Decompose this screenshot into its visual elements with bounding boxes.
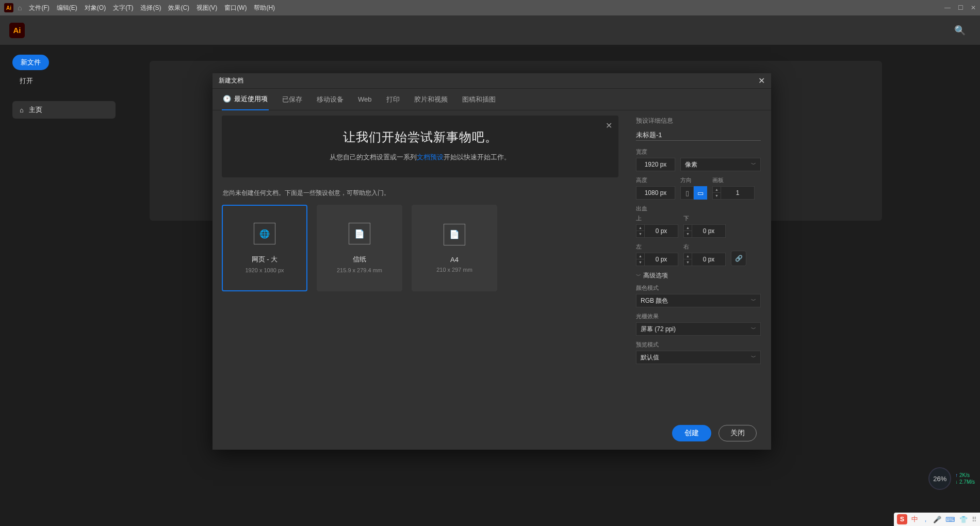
details-header: 预设详细信息: [636, 117, 761, 125]
preview-label: 预览模式: [636, 341, 761, 349]
menu-window[interactable]: 窗口(W): [224, 4, 247, 12]
bleed-label: 出血: [636, 205, 761, 212]
color-mode-label: 颜色模式: [636, 284, 761, 292]
width-label: 宽度: [636, 148, 761, 156]
unit-select[interactable]: 像素﹀: [680, 158, 761, 171]
network-widget: 26% ↑ 2K/s ↓ 2.7M/s: [928, 467, 975, 490]
maximize-icon[interactable]: ☐: [958, 4, 963, 11]
menu-object[interactable]: 对象(O): [85, 4, 106, 12]
tab-saved[interactable]: 已保存: [281, 89, 303, 110]
search-icon[interactable]: 🔍: [954, 25, 966, 36]
create-button[interactable]: 创建: [672, 425, 711, 441]
hero-link[interactable]: 文档预设: [417, 153, 444, 161]
menu-file[interactable]: 文件(F): [29, 4, 49, 12]
bleed-left-input[interactable]: ▲▼: [636, 253, 678, 266]
home-icon[interactable]: ⌂: [18, 4, 22, 12]
chevron-down-icon: ﹀: [751, 325, 756, 333]
tab-recent[interactable]: 🕑最近使用项: [222, 89, 269, 110]
preset-letter[interactable]: 📄 信纸 215.9 x 279.4 mm: [317, 205, 402, 291]
stepper-icon[interactable]: ▲▼: [713, 187, 721, 199]
link-bleed-icon[interactable]: 🔗: [731, 251, 746, 266]
ime-mic-icon[interactable]: 🎤: [933, 516, 941, 523]
menu-edit[interactable]: 编辑(E): [57, 4, 77, 12]
raster-select[interactable]: 屏幕 (72 ppi)﹀: [636, 322, 761, 336]
ai-logo: Ai: [9, 23, 25, 38]
orientation-label: 方向: [680, 176, 707, 184]
download-speed: ↓ 2.7M/s: [955, 479, 975, 485]
ime-skin-icon[interactable]: 👕: [959, 516, 968, 523]
orientation-toggle: ▯ ▭: [680, 186, 707, 200]
minimize-icon[interactable]: —: [944, 4, 951, 11]
raster-label: 光栅效果: [636, 313, 761, 320]
height-input[interactable]: [636, 186, 675, 200]
bleed-bottom-input[interactable]: ▲▼: [683, 224, 726, 238]
chevron-down-icon: ﹀: [636, 272, 641, 280]
artboards-label: 画板: [712, 176, 755, 184]
preset-web-large[interactable]: 🌐 网页 - 大 1920 x 1080 px: [222, 205, 307, 291]
hero-close-icon[interactable]: ✕: [606, 121, 612, 130]
upload-speed: ↑ 2K/s: [955, 472, 975, 478]
bleed-right-input[interactable]: ▲▼: [683, 253, 726, 266]
tab-web[interactable]: Web: [357, 89, 373, 110]
ime-punct-icon[interactable]: ，: [922, 515, 929, 524]
open-button[interactable]: 打开: [20, 76, 33, 86]
dialog-tabs: 🕑最近使用项 已保存 移动设备 Web 打印 胶片和视频 图稿和插图: [213, 89, 771, 110]
app-icon: Ai: [4, 3, 13, 12]
orientation-portrait[interactable]: ▯: [680, 186, 694, 200]
preset-a4[interactable]: 📄 A4 210 x 297 mm: [412, 205, 497, 291]
dialog-close-icon[interactable]: ✕: [758, 76, 765, 86]
menu-help[interactable]: 帮助(H): [254, 4, 275, 12]
hero-subtitle: 从您自己的文档设置或一系列文档预设开始以快速开始工作。: [232, 153, 608, 162]
tab-mobile[interactable]: 移动设备: [316, 89, 345, 110]
ime-toolbar[interactable]: S 中 ， 🎤 ⌨ 👕 ⠿: [894, 513, 980, 526]
cpu-usage-gauge: 26%: [928, 467, 951, 490]
presets-panel: ✕ 让我们开始尝试新事物吧。 从您自己的文档设置或一系列文档预设开始以快速开始工…: [213, 110, 628, 417]
color-mode-select[interactable]: RGB 颜色﹀: [636, 294, 761, 307]
clock-icon: 🕑: [223, 95, 231, 103]
app-header: Ai 🔍: [0, 15, 980, 45]
preset-details-panel: 预设详细信息 宽度 像素﹀ 高度 方向 ▯ ▭: [628, 110, 771, 417]
sogou-icon[interactable]: S: [897, 514, 907, 524]
tab-print[interactable]: 打印: [385, 89, 401, 110]
close-button[interactable]: 关闭: [718, 425, 757, 441]
menu-view[interactable]: 视图(V): [197, 4, 217, 12]
close-window-icon[interactable]: ✕: [971, 4, 976, 11]
ime-keyboard-icon[interactable]: ⌨: [945, 516, 955, 523]
preset-grid: 🌐 网页 - 大 1920 x 1080 px 📄 信纸 215.9 x 279…: [222, 205, 618, 291]
home-sidebar: 新文件 打开 ⌂ 主页: [0, 45, 119, 526]
preview-select[interactable]: 默认值﹀: [636, 351, 761, 364]
hero-title: 让我们开始尝试新事物吧。: [232, 129, 608, 145]
new-document-dialog: 新建文档 ✕ 🕑最近使用项 已保存 移动设备 Web 打印 胶片和视频 图稿和插…: [213, 73, 771, 450]
menu-select[interactable]: 选择(S): [140, 4, 161, 12]
bleed-top-input[interactable]: ▲▼: [636, 224, 678, 238]
tab-film[interactable]: 胶片和视频: [413, 89, 449, 110]
hero-banner: ✕ 让我们开始尝试新事物吧。 从您自己的文档设置或一系列文档预设开始以快速开始工…: [222, 116, 618, 177]
menu-bar: Ai ⌂ 文件(F) 编辑(E) 对象(O) 文字(T) 选择(S) 效果(C)…: [0, 0, 980, 15]
ime-menu-icon[interactable]: ⠿: [972, 516, 977, 523]
width-input[interactable]: [636, 158, 675, 171]
dialog-titlebar: 新建文档 ✕: [213, 73, 771, 89]
artboards-input[interactable]: ▲▼: [712, 186, 755, 200]
chevron-down-icon: ﹀: [751, 297, 756, 304]
sidebar-item-label: 主页: [29, 105, 42, 114]
ime-lang[interactable]: 中: [911, 515, 918, 524]
chevron-down-icon: ﹀: [751, 161, 756, 168]
document-icon: 📄: [349, 223, 370, 244]
advanced-toggle[interactable]: ﹀高级选项: [636, 271, 761, 280]
chevron-down-icon: ﹀: [751, 354, 756, 361]
presets-caption: 您尚未创建任何文档。下面是一些预设创意，可帮助您入门。: [223, 189, 618, 198]
document-icon: 📄: [444, 224, 465, 245]
tab-art[interactable]: 图稿和插图: [461, 89, 497, 110]
menu-type[interactable]: 文字(T): [113, 4, 133, 12]
home-nav-icon: ⌂: [20, 106, 24, 114]
sidebar-item-home[interactable]: ⌂ 主页: [12, 101, 116, 119]
dialog-title-text: 新建文档: [219, 76, 243, 85]
dialog-footer: 创建 关闭: [213, 417, 771, 450]
document-name-input[interactable]: [636, 129, 761, 141]
globe-icon: 🌐: [254, 223, 275, 244]
new-file-button[interactable]: 新文件: [12, 55, 49, 70]
menu-effect[interactable]: 效果(C): [168, 4, 189, 12]
orientation-landscape[interactable]: ▭: [694, 186, 707, 200]
height-label: 高度: [636, 176, 675, 184]
